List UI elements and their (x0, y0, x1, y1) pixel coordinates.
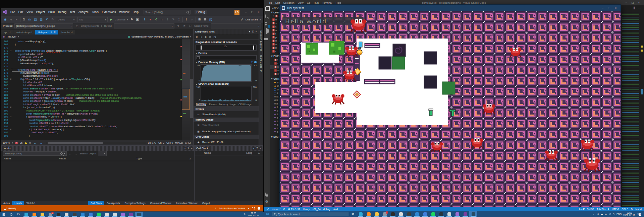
close-button[interactable]: × (636, 0, 642, 5)
panel-tab[interactable]: Immediate Window (174, 201, 200, 205)
user-avatar[interactable]: LS (234, 10, 239, 15)
document-tab[interactable]: colorlookup.d ⊙ ✕ (13, 30, 35, 34)
taskbar-app-icon[interactable] (38, 212, 46, 217)
panel-tab[interactable]: Breakpoints (104, 201, 122, 205)
code-editor[interactable]: 168 return readMapping(x, y);169 }170171… (1, 39, 193, 140)
editor-vertical-scrollbar[interactable] (190, 39, 193, 140)
taskbar-app-icon[interactable] (135, 212, 143, 217)
diagnostics-tab[interactable]: Summary (196, 102, 206, 106)
status-bar-item[interactable]: Insert (635, 208, 642, 211)
close-button[interactable]: × (256, 9, 262, 15)
taskbar-search-box[interactable]: Type here to search (272, 212, 349, 216)
locals-body[interactable] (1, 161, 194, 201)
game-titlebar[interactable]: ▦ TileLayer test − □ × (280, 5, 621, 11)
save-all-icon[interactable]: ▥ (39, 17, 43, 22)
code-line[interactable]: 196⊟ if (col + tileXLength > rasterX) { (1, 128, 180, 131)
code-line[interactable]: 171⊟ public @nogc override void updateRa… (1, 49, 180, 52)
code-line[interactable]: 189⊟ for (int col ; col < rasterX ; ) { (1, 106, 180, 109)
zoom-level[interactable]: 100 % (3, 141, 10, 144)
tab-pin-icon[interactable]: ⊙ (50, 31, 52, 33)
export-icon[interactable]: ⇥ (200, 35, 202, 39)
close-icon[interactable]: × (256, 30, 257, 33)
code-line[interactable]: 172 import std.stdio : printf; (1, 53, 180, 56)
col-value[interactable]: Value (56, 157, 133, 160)
menu-item[interactable]: Edit (17, 10, 25, 14)
taskbar-clock[interactable]: 22:23 2021. 02. 12. (623, 212, 636, 216)
navigate-back-icon[interactable]: ◂ (9, 17, 13, 22)
team-explorer-tab[interactable]: Team Explorer (260, 55, 262, 72)
code-line[interactable]: 182 int sYAbs = sY0 & int.max; (1, 84, 180, 87)
flag-icon[interactable]: ⚑ (129, 17, 134, 22)
panel-menu-icon[interactable]: ▾ (249, 30, 250, 33)
code-line[interactable]: 195 const int offsetY0 = currentTile.att… (1, 125, 180, 128)
code-line[interactable]: 192⊟ if (currentTile.tileID != 0xFFFF) { (1, 115, 180, 118)
menu-item[interactable]: Help (334, 1, 342, 5)
editor-horizontal-scrollbar[interactable] (46, 142, 146, 144)
suspend-icon[interactable]: ✂ (188, 24, 193, 28)
code-line[interactable]: 198 } (1, 134, 180, 137)
speaker-icon[interactable]: ◁) (608, 213, 611, 215)
code-line[interactable]: 190 //const int sXCurr = col && sX < 0 ?… (1, 109, 180, 112)
menu-item[interactable]: Test (68, 10, 77, 14)
stop-icon[interactable]: ■ (148, 17, 153, 22)
code-line[interactable]: 175 hBlankInterrupt(-1, sX0, sY0); (1, 62, 180, 65)
more-actions-icon[interactable]: ⋯ (638, 6, 641, 10)
explorer-icon[interactable] (265, 7, 269, 12)
menu-item[interactable]: Extensions (100, 10, 118, 14)
code-map-icon[interactable]: 𝄃 (184, 17, 189, 22)
diagnostics-tab[interactable]: Events (209, 103, 216, 106)
redo-icon[interactable]: ↷ (50, 17, 55, 22)
status-bar-item[interactable]: Ln 49, Col 33 (579, 208, 594, 211)
reset-view-icon[interactable]: ◳ (214, 35, 216, 39)
code-line[interactable]: 173 int sX0 = sX, sY0 = sY; (1, 56, 180, 59)
vs-search-box[interactable]: Search (Ctrl+Q) (144, 10, 191, 14)
search-depth-dropdown[interactable]: ▾ (98, 151, 107, 156)
warning-count[interactable]: 0 (29, 141, 31, 144)
stack-frame-dropdown[interactable]: ▾ (211, 23, 261, 28)
extensions-icon[interactable] (265, 37, 269, 41)
menu-item[interactable]: View (296, 1, 305, 5)
language-indicator[interactable]: ENG (616, 213, 622, 215)
panel-tab[interactable]: Output (200, 201, 212, 205)
panel-tab[interactable]: Exception Settings (122, 201, 148, 205)
pin-icon[interactable]: ⊻ (256, 147, 258, 150)
taskbar-app-icon[interactable] (461, 211, 469, 217)
continue-icon[interactable]: ▶ (109, 17, 113, 22)
code-line[interactable]: 194 const int offsetX1 = col ? 0 : offse… (1, 122, 180, 125)
taskbar-app-icon[interactable] (127, 212, 135, 217)
callstack-body[interactable] (195, 155, 263, 201)
undo-icon[interactable]: ↶ (45, 17, 49, 22)
memory-filter-icon[interactable]: ▼ (251, 61, 253, 64)
code-line[interactable]: 179 hBlankInterrupt(line, sX0, sY0); (1, 74, 180, 77)
live-share-label[interactable]: Live Share (246, 18, 258, 21)
solution-explorer-tab[interactable]: Solution Explorer (260, 30, 262, 51)
code-text[interactable]: 168 return readMapping(x, y);169 }170171… (1, 40, 180, 137)
taskbar-app-icon[interactable] (30, 212, 38, 217)
breadcrumb-member[interactable]: updateRaster(void* workpad, int pitch, C… (131, 35, 189, 38)
pin-icon[interactable]: ⊻ (252, 30, 254, 33)
taskbar-app-icon[interactable]: 1 (46, 212, 54, 217)
taskbar-app-icon[interactable] (95, 212, 103, 217)
close-icon[interactable]: × (260, 147, 261, 150)
document-tab[interactable]: app.d ⊙ ✕ (1, 30, 13, 34)
taskbar-clock[interactable]: 22:23 2021. 02. 12. (247, 212, 260, 217)
properties-icon[interactable]: ⊞ (203, 17, 207, 22)
display-icon[interactable]: ▭ (605, 213, 607, 215)
taskbar-app-icon[interactable] (365, 211, 373, 217)
add-to-source-control[interactable]: Add to Source Control (219, 207, 245, 210)
nav-forward-icon[interactable]: → (39, 141, 44, 145)
taskbar-app-icon[interactable] (405, 211, 413, 217)
start-button[interactable]: ⊞ (0, 212, 7, 217)
code-line[interactable]: 168 return readMapping(x, y); (1, 40, 180, 43)
taskbar-app-icon[interactable] (62, 212, 70, 217)
menu-item[interactable]: Help (131, 10, 140, 14)
new-file-icon[interactable]: 🗋 (22, 17, 26, 22)
zoom-out-icon[interactable]: ⊖ (209, 35, 211, 39)
zoom-in-icon[interactable]: ⊕ (205, 35, 207, 39)
snapshot-icon[interactable]: ▣ (135, 17, 140, 22)
menu-item[interactable]: Run (312, 1, 320, 5)
taskbar-app-icon[interactable] (437, 211, 445, 217)
panel-tab[interactable]: Command Window (148, 201, 174, 205)
taskbar-app-icon[interactable]: 1 (381, 211, 389, 217)
tray-expand-icon[interactable]: ︿ (593, 212, 595, 216)
